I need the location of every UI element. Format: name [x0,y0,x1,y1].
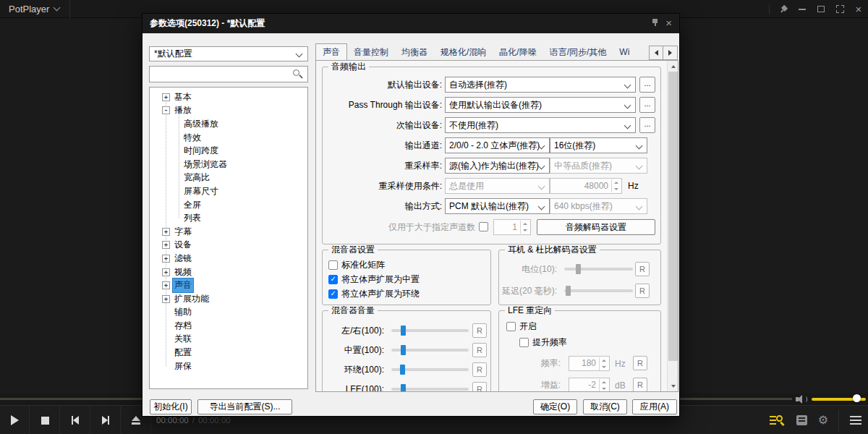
close-button[interactable]: × [849,0,868,18]
channel-limit-checkbox[interactable] [479,222,488,231]
dialog-close-button[interactable]: × [665,17,672,30]
surround-reset-button[interactable]: R [472,362,487,377]
collapse-icon[interactable]: - [162,106,170,114]
tree-item-filters[interactable]: +滤镜 [150,252,307,265]
secondary-device-select[interactable]: 不使用(推荐) [445,117,636,133]
default-device-more-button[interactable]: ... [639,77,655,93]
tree-item-association[interactable]: 关联 [150,333,307,346]
tree-item-screen-size[interactable]: 屏幕尺寸 [150,184,307,198]
lfe-gain-reset-button[interactable]: R [633,378,647,392]
expand-center-option[interactable]: 将立体声扩展为中置 [328,274,420,285]
left-right-reset-button[interactable]: R [472,323,487,338]
lfe-enable-option[interactable]: 开启 [506,321,537,332]
checkbox-checked-icon[interactable] [328,289,338,299]
tab-audio[interactable]: 声音 [315,43,347,60]
expand-surround-option[interactable]: 将立体声扩展为环绕 [328,289,420,299]
play-button[interactable] [0,406,30,434]
tab-crystalize-denoise[interactable]: 晶化/降噪 [493,44,542,60]
expand-icon[interactable]: + [162,295,170,303]
expand-icon[interactable]: + [162,268,170,276]
scroll-down-icon[interactable] [668,380,678,391]
scroll-up-icon[interactable] [668,61,678,72]
channels-select[interactable]: 2/0/0 - 2.0 立体声(推荐) [445,137,550,153]
tree-item-archive[interactable]: 存档 [150,319,307,333]
default-device-select[interactable]: 自动选择(推荐) [445,77,636,93]
lfe-reset-button[interactable]: R [472,382,487,392]
passthrough-device-select[interactable]: 使用默认输出设备(推荐) [445,97,636,113]
profile-select[interactable]: *默认配置 [149,46,308,61]
fullscreen-button[interactable] [830,0,849,18]
tree-item-aspect-ratio[interactable]: 宽高比 [150,171,307,185]
level-reset-button[interactable]: R [635,262,650,276]
volume-slider-thumb[interactable] [853,394,861,402]
tree-item-basic[interactable]: +基本 [150,90,307,104]
apply-button[interactable]: 应用(A) [632,399,677,414]
settings-button[interactable]: ⚙ [813,406,833,434]
ok-button[interactable]: 确定(O) [533,399,577,414]
center-reset-button[interactable]: R [472,343,487,357]
lfe-slider[interactable] [391,382,469,392]
next-button[interactable] [91,406,121,434]
secondary-device-more-button[interactable]: ... [639,117,655,133]
tree-item-playback[interactable]: -播放 [150,104,307,118]
tree-item-config[interactable]: 配置 [150,346,307,359]
tree-item-extensions[interactable]: +扩展功能 [150,292,307,306]
lfe-boost-option[interactable]: 提升频率 [519,337,567,348]
left-right-slider[interactable] [391,323,469,338]
playlist-button[interactable] [791,406,812,434]
bit-depth-select[interactable]: 16位(推荐) [550,137,647,153]
checkbox-checked-icon[interactable] [328,275,338,284]
center-slider[interactable] [391,343,469,357]
delay-reset-button[interactable]: R [635,284,650,298]
scrollbar-thumb[interactable] [668,72,678,361]
tree-item-scene-browser[interactable]: 场景浏览器 [150,158,307,171]
expand-icon[interactable]: + [162,255,170,263]
tree-item-misc[interactable]: 辅助 [150,306,307,320]
tab-scroll-right-button[interactable] [663,46,678,60]
init-button[interactable]: 初始化(I) [150,399,192,414]
playlist-search-button[interactable] [765,406,788,434]
always-on-top-button[interactable] [774,0,793,18]
checkbox-unchecked-icon[interactable] [506,322,516,331]
tab-equalizer[interactable]: 均衡器 [395,44,434,60]
maximize-button[interactable] [812,0,830,18]
passthrough-device-more-button[interactable]: ... [639,97,655,113]
tree-item-time-span[interactable]: 时间跨度 [150,144,307,158]
minimize-button[interactable] [793,0,812,18]
lfe-freq-reset-button[interactable]: R [633,356,647,370]
checkbox-unchecked-icon[interactable] [519,338,529,347]
tab-scroll-left-button[interactable] [649,46,663,60]
settings-search-input[interactable] [153,67,290,81]
surround-slider[interactable] [391,362,469,377]
resample-rate-select[interactable]: 源(输入)作为输出(推荐) [445,158,550,174]
tree-item-devices[interactable]: +设备 [150,239,307,252]
tab-normalize-reverb[interactable]: 规格化/混响 [434,44,493,60]
tree-item-video[interactable]: +视频 [150,265,307,279]
tree-item-advanced-playback[interactable]: 高级播放 [150,117,307,131]
main-menu-button[interactable] [845,406,867,434]
tree-item-screensaver[interactable]: 屏保 [150,359,307,373]
expand-icon[interactable]: + [162,241,170,249]
tree-item-effects[interactable]: 特效 [150,131,307,145]
expand-icon[interactable]: + [162,228,170,236]
tab-volume-control[interactable]: 音量控制 [347,44,395,60]
checkbox-unchecked-icon[interactable] [328,260,338,270]
cancel-button[interactable]: 取消(C) [583,399,627,414]
volume-icon[interactable] [796,394,808,404]
previous-button[interactable] [61,406,90,434]
tab-win-truncated[interactable]: Wi [613,44,634,60]
normalize-matrix-option[interactable]: 标准化矩阵 [328,260,385,271]
output-mode-select[interactable]: PCM 默认输出(推荐) [445,198,550,214]
dialog-titlebar[interactable]: 参数选项(250312) - *默认配置 × [142,14,679,33]
stop-button[interactable] [30,406,60,434]
tree-item-audio[interactable]: +声音 [150,278,307,292]
expand-icon[interactable]: + [162,93,170,101]
tree-item-fullscreen[interactable]: 全屏 [150,198,307,212]
content-scrollbar[interactable] [667,61,678,391]
tab-language-sync-other[interactable]: 语言/同步/其他 [543,44,613,60]
audio-decoder-settings-button[interactable]: 音频解码器设置 [537,219,655,235]
export-config-button[interactable]: 导出当前配置(S)... [197,399,292,414]
tree-item-playlist[interactable]: 列表 [150,211,307,225]
expand-icon[interactable]: + [162,281,170,289]
tree-item-subtitles[interactable]: +字幕 [150,225,307,239]
